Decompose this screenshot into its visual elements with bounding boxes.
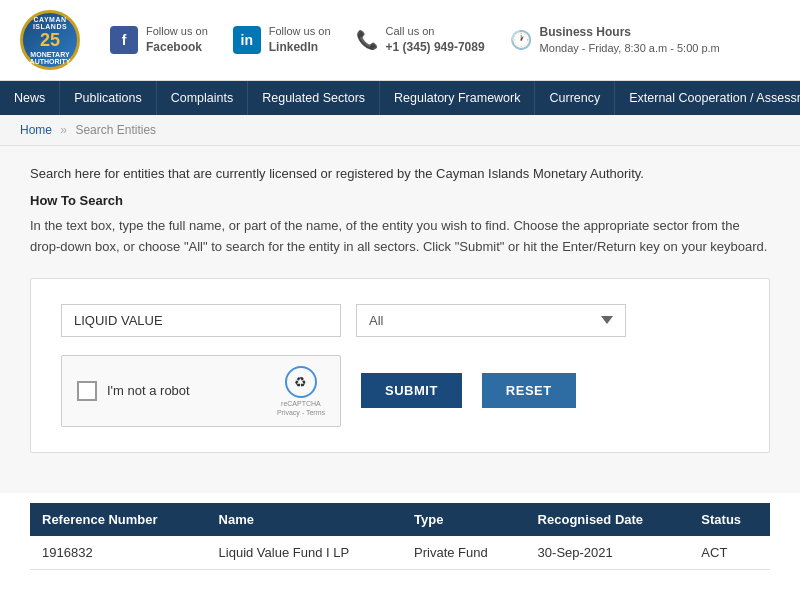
nav-item-currency[interactable]: Currency <box>535 81 615 115</box>
captcha-checkbox[interactable] <box>77 381 97 401</box>
results-table: Reference NumberNameTypeRecognised DateS… <box>30 503 770 570</box>
top-bar: CAYMAN ISLANDS 25 MONETARY AUTHORITY f F… <box>0 0 800 81</box>
how-to-text: In the text box, type the full name, or … <box>30 216 770 258</box>
nav-item-regulatory-framework[interactable]: Regulatory Framework <box>380 81 535 115</box>
nav-item-publications[interactable]: Publications <box>60 81 156 115</box>
reset-button[interactable]: RESET <box>482 373 576 408</box>
captcha-label: I'm not a robot <box>107 383 267 398</box>
col-name: Name <box>207 503 402 536</box>
logo: CAYMAN ISLANDS 25 MONETARY AUTHORITY <box>20 10 80 70</box>
facebook-icon: f <box>110 26 138 54</box>
col-reference-number: Reference Number <box>30 503 207 536</box>
how-to-title: How To Search <box>30 193 770 208</box>
recaptcha-icon: ♻ <box>285 366 317 398</box>
results-section: Reference NumberNameTypeRecognised DateS… <box>0 493 800 590</box>
breadcrumb-current: Search Entities <box>75 123 156 137</box>
col-type: Type <box>402 503 526 536</box>
search-description: Search here for entities that are curren… <box>30 166 770 181</box>
social-links: f Follow us on Facebook in Follow us on … <box>110 24 780 56</box>
nav-item-news[interactable]: News <box>0 81 60 115</box>
col-status: Status <box>689 503 770 536</box>
table-row: 1916832Liquid Value Fund I LPPrivate Fun… <box>30 536 770 570</box>
recaptcha-brand: reCAPTCHA <box>281 400 321 407</box>
captcha-logo: ♻ reCAPTCHA Privacy - Terms <box>277 366 325 416</box>
main-content: Search here for entities that are curren… <box>0 146 800 493</box>
breadcrumb-home[interactable]: Home <box>20 123 52 137</box>
captcha-widget[interactable]: I'm not a robot ♻ reCAPTCHA Privacy - Te… <box>61 355 341 427</box>
sector-select[interactable]: AllBankingInsuranceInvestmentsFundsMoney… <box>356 304 626 337</box>
nav-item-complaints[interactable]: Complaints <box>157 81 249 115</box>
captcha-buttons-row: I'm not a robot ♻ reCAPTCHA Privacy - Te… <box>61 355 739 427</box>
phone-contact: 📞 Call us on +1 (345) 949-7089 <box>356 24 485 56</box>
clock-icon: 🕐 <box>510 29 532 51</box>
business-hours: 🕐 Business Hours Monday - Friday, 8:30 a… <box>510 24 720 56</box>
recaptcha-terms: Privacy - Terms <box>277 409 325 416</box>
logo-circle: CAYMAN ISLANDS 25 MONETARY AUTHORITY <box>20 10 80 70</box>
nav-item-regulated-sectors[interactable]: Regulated Sectors <box>248 81 380 115</box>
search-form: AllBankingInsuranceInvestmentsFundsMoney… <box>30 278 770 453</box>
facebook-link[interactable]: f Follow us on Facebook <box>110 24 208 56</box>
search-inputs: AllBankingInsuranceInvestmentsFundsMoney… <box>61 304 739 337</box>
table-body: 1916832Liquid Value Fund I LPPrivate Fun… <box>30 536 770 570</box>
main-nav: NewsPublicationsComplaintsRegulated Sect… <box>0 81 800 115</box>
search-input[interactable] <box>61 304 341 337</box>
phone-icon: 📞 <box>356 29 378 51</box>
submit-button[interactable]: SUBMIT <box>361 373 462 408</box>
breadcrumb: Home » Search Entities <box>0 115 800 146</box>
linkedin-link[interactable]: in Follow us on LinkedIn <box>233 24 331 56</box>
col-recognised-date: Recognised Date <box>526 503 690 536</box>
linkedin-icon: in <box>233 26 261 54</box>
nav-item-external-cooperation--assessments[interactable]: External Cooperation / Assessments <box>615 81 800 115</box>
table-header: Reference NumberNameTypeRecognised DateS… <box>30 503 770 536</box>
logo-years: 25 <box>40 30 60 51</box>
